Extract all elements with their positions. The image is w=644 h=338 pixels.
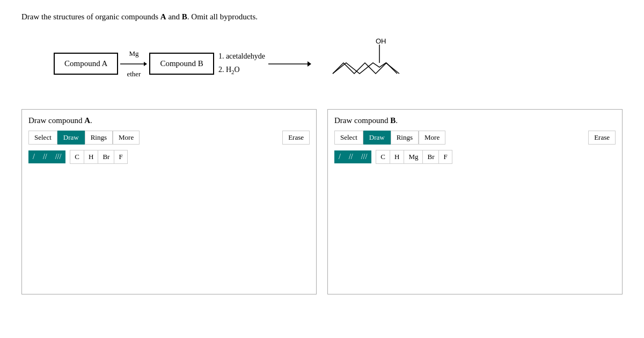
panel-a-tools-row: / // /// C H Br F (28, 150, 310, 164)
panel-b-toolbar: Select Draw Rings More Erase (334, 131, 616, 145)
panel-a-double-bond-btn[interactable]: // (39, 150, 51, 163)
draw-panels: Draw compound A. Select Draw Rings More … (21, 109, 623, 294)
panel-a-draw-btn[interactable]: Draw (57, 131, 85, 145)
panel-a-atom-br-btn[interactable]: Br (98, 150, 114, 164)
product-structure: OH (322, 36, 408, 92)
arrow1-bottom-label: ether (127, 70, 141, 78)
panel-a-erase-btn[interactable]: Erase (282, 131, 310, 145)
panel-a-draw-area[interactable] (28, 169, 310, 287)
panel-b-atom-h-btn[interactable]: H (390, 150, 404, 164)
compound-a-label: Compound A (64, 59, 107, 68)
problem-instruction: Draw the structures of organic compounds… (21, 11, 623, 23)
svg-marker-1 (144, 62, 147, 66)
panel-b-tools-row: / // /// C H Mg Br F (334, 150, 616, 164)
arrow2-section: 1. acetaldehyde 2. H2O (218, 49, 311, 78)
panel-a-triple-bond-btn[interactable]: /// (51, 150, 66, 163)
panel-b-atom-c-btn[interactable]: C (376, 150, 390, 164)
arrow1-container: Mg ether (120, 49, 147, 78)
panel-b-rings-btn[interactable]: Rings (391, 131, 419, 145)
panel-a-select-btn[interactable]: Select (28, 131, 57, 145)
panel-b-title: Draw compound B. (334, 116, 616, 125)
panel-b-atom-mg-btn[interactable]: Mg (404, 150, 422, 164)
panel-a-atom-h-btn[interactable]: H (84, 150, 98, 164)
reagents-block: 1. acetaldehyde 2. H2O (218, 49, 265, 78)
arrow1-top-label: Mg (129, 49, 138, 58)
panel-b-single-bond-btn[interactable]: / (334, 150, 345, 163)
panel-a-more-btn[interactable]: More (113, 131, 140, 145)
arrow1-svg (120, 59, 147, 69)
compound-b-box: Compound B (149, 53, 214, 75)
compound-b-label: Compound B (160, 59, 203, 68)
panel-a-atom-f-btn[interactable]: F (114, 150, 127, 164)
product-svg: OH (322, 36, 408, 90)
arrow1-line (120, 59, 147, 69)
reagent-2: 2. H2O (218, 63, 265, 78)
panel-b-triple-bond-btn[interactable]: /// (357, 150, 372, 163)
panel-b-atom-f-btn[interactable]: F (438, 150, 452, 164)
svg-marker-3 (308, 61, 311, 67)
reaction-scheme: Compound A Mg ether Compound B 1. acetal… (54, 36, 623, 92)
panel-a-single-bond-btn[interactable]: / (28, 150, 39, 163)
panel-b-select-btn[interactable]: Select (334, 131, 363, 145)
panel-a-atom-c-btn[interactable]: C (70, 150, 84, 164)
panel-b-draw-btn[interactable]: Draw (363, 131, 391, 145)
panel-a-title: Draw compound A. (28, 116, 310, 125)
panel-b-more-btn[interactable]: More (419, 131, 445, 145)
panel-b-atom-br-btn[interactable]: Br (422, 150, 438, 164)
draw-panel-a: Draw compound A. Select Draw Rings More … (21, 109, 317, 294)
panel-a-rings-btn[interactable]: Rings (85, 131, 113, 145)
oh-label: OH (376, 37, 386, 45)
panel-a-toolbar: Select Draw Rings More Erase (28, 131, 310, 145)
draw-panel-b: Draw compound B. Select Draw Rings More … (327, 109, 623, 294)
panel-b-erase-btn[interactable]: Erase (588, 131, 616, 145)
panel-b-double-bond-btn[interactable]: // (345, 150, 357, 163)
compound-a-box: Compound A (54, 53, 118, 75)
panel-b-draw-area[interactable] (334, 169, 616, 287)
reagent-1: 1. acetaldehyde (218, 49, 265, 63)
arrow2-svg (268, 57, 311, 70)
